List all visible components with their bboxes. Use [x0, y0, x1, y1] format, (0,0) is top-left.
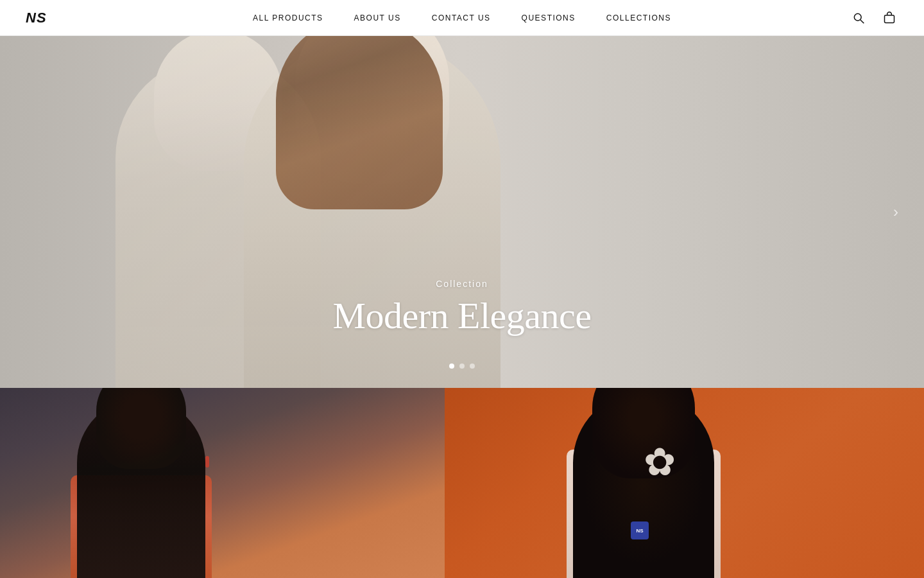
bottom-panel-right[interactable]: NS: [445, 388, 924, 578]
cart-button[interactable]: [880, 9, 898, 27]
earring-accent: [205, 456, 209, 468]
hero-overlay: Collection Modern Elegance: [0, 279, 924, 337]
svg-point-0: [854, 13, 861, 21]
dot-2[interactable]: [459, 363, 465, 369]
nav-all-products[interactable]: ALL PRODUCTS: [253, 13, 323, 22]
hero-section: Collection Modern Elegance ›: [0, 36, 924, 388]
site-header: NS ALL PRODUCTS ABOUT US CONTACT US QUES…: [0, 0, 924, 36]
hero-subtitle: Collection: [0, 279, 924, 289]
nav-contact-us[interactable]: CONTACT US: [432, 13, 491, 22]
hero-dots: [449, 363, 475, 369]
search-button[interactable]: [850, 9, 868, 27]
figure-left: [77, 398, 205, 578]
nav-questions[interactable]: QUESTIONS: [522, 13, 576, 22]
dot-3[interactable]: [470, 363, 475, 369]
svg-line-1: [860, 19, 864, 22]
header-icons: [850, 9, 898, 27]
hero-title: Modern Elegance: [0, 295, 924, 337]
left-panel-bg: [0, 388, 445, 578]
search-icon: [852, 12, 865, 24]
hero-background: Collection Modern Elegance ›: [0, 36, 924, 388]
badge-decoration: NS: [631, 521, 649, 539]
cart-icon: [883, 12, 896, 24]
bottom-panel-left[interactable]: [0, 388, 445, 578]
hero-next-arrow[interactable]: ›: [887, 197, 905, 227]
bottom-grid: NS: [0, 388, 924, 578]
dot-1[interactable]: [449, 363, 454, 369]
nav-collections[interactable]: COLLECTIONS: [606, 13, 671, 22]
svg-rect-2: [885, 15, 894, 22]
flower-decoration: [644, 439, 695, 491]
brand-logo[interactable]: NS: [26, 10, 47, 26]
model-hair: [276, 36, 443, 209]
main-nav: ALL PRODUCTS ABOUT US CONTACT US QUESTIO…: [253, 13, 671, 22]
nav-about-us[interactable]: ABOUT US: [354, 13, 401, 22]
